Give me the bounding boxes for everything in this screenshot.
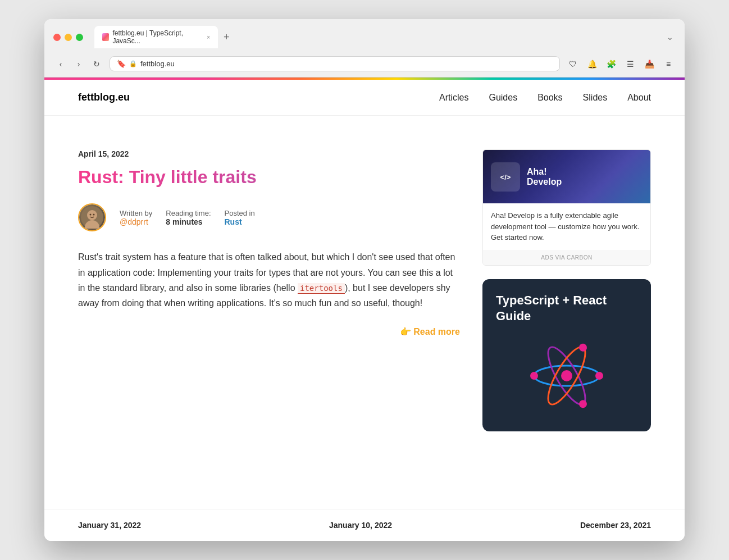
tab-title: fettblog.eu | TypeScript, JavaSc...	[112, 29, 201, 45]
read-more: 👉 Read more	[78, 326, 460, 337]
site-content: April 15, 2022 Rust: Tiny little traits	[44, 116, 685, 509]
tab-bar: fettblog.eu | TypeScript, JavaSc... × +	[94, 26, 660, 48]
site-nav: Articles Guides Books Slides About	[439, 93, 651, 103]
minimize-button[interactable]	[65, 34, 72, 41]
read-more-icon: 👉	[400, 327, 411, 336]
browser-window: fettblog.eu | TypeScript, JavaSc... × + …	[44, 19, 685, 541]
ad-logo: </>	[491, 162, 520, 192]
bottom-date-1: January 31, 2022	[78, 521, 141, 530]
sidebar-column: </> Aha!Develop Aha! Develop is a fully …	[482, 138, 651, 486]
nav-slides[interactable]: Slides	[583, 93, 608, 103]
svg-point-11	[577, 398, 588, 409]
ad-description: Aha! Develop is a fully extendable agile…	[491, 210, 643, 243]
author-avatar-img	[79, 204, 105, 230]
active-tab[interactable]: fettblog.eu | TypeScript, JavaSc... ×	[94, 26, 218, 48]
meta-posted-in: Posted in Rust	[225, 209, 255, 226]
new-tab-button[interactable]: +	[220, 31, 233, 43]
nav-buttons: ‹ › ↻	[53, 57, 104, 71]
post-body: Rust's trait system has a feature that i…	[78, 249, 460, 311]
nav-books[interactable]: Books	[537, 93, 562, 103]
ad-logo-inner: </>	[500, 172, 511, 182]
main-column: April 15, 2022 Rust: Tiny little traits	[78, 138, 460, 486]
browser-titlebar: fettblog.eu | TypeScript, JavaSc... × + …	[44, 19, 685, 53]
avatar-svg	[81, 206, 103, 229]
ts-react-card[interactable]: TypeScript + React Guide	[482, 279, 651, 431]
author-handle-link[interactable]: @ddprrt	[120, 217, 152, 226]
tab-close-icon[interactable]: ×	[207, 34, 210, 40]
window-controls	[53, 34, 83, 41]
read-more-link[interactable]: 👉 Read more	[400, 326, 460, 337]
read-more-label: Read more	[413, 327, 460, 336]
reading-time-value: 8 minutes	[166, 217, 211, 226]
ad-footer: ADS VIA CARBON	[483, 250, 650, 265]
reading-time-label: Reading time:	[166, 209, 211, 217]
downloads-icon[interactable]: 📥	[642, 57, 657, 71]
window-resize-icon: ⌄	[667, 33, 676, 42]
nav-guides[interactable]: Guides	[489, 93, 517, 103]
back-button[interactable]: ‹	[53, 57, 68, 71]
bottom-dates: January 31, 2022 January 10, 2022 Decemb…	[44, 509, 685, 541]
url-display: fettblog.eu	[140, 60, 175, 68]
forward-button[interactable]: ›	[71, 57, 86, 71]
svg-point-9	[595, 372, 603, 380]
bottom-date-3: December 23, 2021	[580, 521, 651, 530]
site-header: fettblog.eu Articles Guides Books Slides…	[44, 80, 685, 116]
browser-addressbar: ‹ › ↻ 🔖 🔒 fettblog.eu 🛡 🔔 🧩 ☰ 📥 ≡	[44, 53, 685, 77]
shield-icon[interactable]: 🛡	[566, 57, 580, 71]
tab-favicon-icon	[102, 33, 109, 41]
nav-articles[interactable]: Articles	[439, 93, 468, 103]
ad-image: </> Aha!Develop	[483, 150, 650, 203]
bookmark-icon: 🔖	[117, 60, 126, 68]
react-logo-svg	[527, 339, 606, 412]
browser-chrome: fettblog.eu | TypeScript, JavaSc... × + …	[44, 19, 685, 78]
bottom-date-2: January 10, 2022	[329, 521, 392, 530]
nav-about[interactable]: About	[627, 93, 651, 103]
post-meta: Written by @ddprrt Reading time: 8 minut…	[78, 203, 460, 231]
posted-in-link[interactable]: Rust	[225, 217, 255, 226]
ad-brand: Aha!Develop	[527, 167, 562, 186]
close-button[interactable]	[53, 34, 61, 41]
meta-written-by: Written by @ddprrt	[120, 209, 152, 226]
svg-point-4	[93, 214, 95, 216]
post-date: April 15, 2022	[78, 149, 460, 158]
author-avatar	[78, 203, 106, 231]
react-logo-container	[496, 334, 637, 418]
ad-content: Aha! Develop is a fully extendable agile…	[483, 203, 650, 250]
post-title: Rust: Tiny little traits	[78, 166, 460, 188]
svg-point-10	[530, 372, 538, 380]
ad-card: </> Aha!Develop Aha! Develop is a fully …	[482, 149, 651, 266]
address-bar[interactable]: 🔖 🔒 fettblog.eu	[110, 56, 560, 71]
lock-icon: 🔒	[129, 60, 137, 67]
extensions-list-icon[interactable]: ☰	[623, 57, 637, 71]
refresh-button[interactable]: ↻	[89, 57, 104, 71]
svg-point-1	[87, 210, 97, 220]
itertools-link[interactable]: itertools	[298, 283, 345, 294]
ts-react-title: TypeScript + React Guide	[496, 293, 637, 325]
svg-point-12	[577, 342, 588, 353]
extension-icon[interactable]: 🧩	[604, 57, 618, 71]
maximize-button[interactable]	[76, 34, 83, 41]
meta-reading-time: Reading time: 8 minutes	[166, 209, 211, 226]
svg-point-5	[561, 370, 572, 381]
menu-icon[interactable]: ≡	[661, 57, 676, 71]
toolbar-icons: 🛡 🔔 🧩 ☰ 📥 ≡	[566, 57, 676, 71]
ad-logo-text: </>	[500, 173, 511, 182]
svg-point-3	[90, 214, 92, 216]
site-logo[interactable]: fettblog.eu	[78, 92, 130, 103]
posted-in-label: Posted in	[225, 209, 255, 217]
ad-brand-name: Aha!Develop	[527, 167, 562, 186]
notification-icon[interactable]: 🔔	[585, 57, 599, 71]
written-by-label: Written by	[120, 209, 152, 217]
